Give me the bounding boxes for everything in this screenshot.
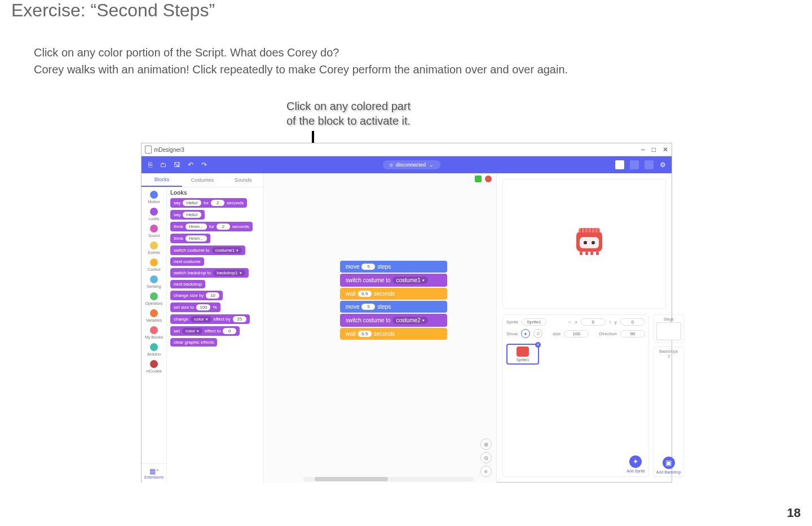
- zoom-in-button[interactable]: ⊕: [480, 439, 492, 450]
- add-backdrop-button[interactable]: ▣ Add Backdrop: [656, 457, 681, 474]
- script-block-wait-1[interactable]: wait 0.5 seconds: [340, 288, 447, 300]
- category-looks[interactable]: Looks: [149, 208, 160, 221]
- tab-blocks[interactable]: Blocks: [142, 173, 182, 187]
- view-mode-2-icon[interactable]: [630, 160, 639, 169]
- block-change-size-by[interactable]: change size by 10: [170, 291, 223, 300]
- page-title: Exercise: “Second Steps”: [11, 0, 215, 21]
- tab-sounds[interactable]: Sounds: [223, 173, 263, 187]
- tab-costumes[interactable]: Costumes: [182, 173, 223, 187]
- view-mode-blocks-icon[interactable]: [615, 160, 624, 169]
- script-block-switch-costume-1[interactable]: switch costume to costume1 ▾: [340, 274, 447, 287]
- chevron-down-icon: ▾: [236, 248, 239, 253]
- connection-status-button[interactable]: ⎋ disconnected ⌄: [383, 160, 440, 169]
- zoom-reset-button[interactable]: ≡: [480, 466, 492, 477]
- sprite-label: Sprite: [506, 319, 518, 325]
- costume-dropdown[interactable]: costume1 ▾: [392, 277, 427, 284]
- backdrop-dropdown[interactable]: backdrop1 ▾: [213, 270, 245, 276]
- sound-dot-icon: [150, 225, 158, 233]
- script-block-switch-costume-2[interactable]: switch costume to costume2 ▾: [340, 314, 447, 327]
- add-sprite-icon: ✦: [629, 455, 642, 468]
- mcookie-dot-icon: [150, 360, 158, 368]
- script-block-move-1[interactable]: move 5 steps: [340, 261, 447, 273]
- category-sound[interactable]: Sound: [148, 225, 160, 238]
- effect-dropdown[interactable]: color ▾: [182, 328, 202, 334]
- connection-status-text: disconnected: [396, 162, 426, 168]
- x-field[interactable]: 0: [581, 318, 606, 326]
- block-set-size-to[interactable]: set size to 100 %: [170, 303, 220, 312]
- undo-icon[interactable]: ↶: [187, 161, 195, 169]
- horizontal-scrollbar[interactable]: [303, 477, 474, 481]
- costume-dropdown[interactable]: costume2 ▾: [392, 317, 427, 324]
- block-think-for-seconds[interactable]: think Hmm... for 2 seconds: [170, 222, 253, 231]
- category-rail: Motion Looks Sound Events Control Sensin…: [142, 187, 167, 483]
- block-switch-costume[interactable]: switch costume to costume1 ▾: [170, 246, 245, 255]
- block-next-costume[interactable]: next costume: [170, 257, 204, 266]
- zoom-out-button[interactable]: ⊖: [480, 452, 492, 463]
- category-arduino[interactable]: Arduino: [147, 343, 161, 357]
- block-think[interactable]: think Hmm...: [170, 234, 210, 243]
- category-motion[interactable]: Motion: [148, 191, 160, 204]
- backdrops-panel: Backdrops 2 ▣ Add Backdrop: [654, 347, 684, 477]
- save-icon[interactable]: 🖫: [173, 161, 181, 169]
- block-set-effect-to[interactable]: set color ▾ effect to 0: [170, 326, 240, 336]
- y-icon: ↕: [609, 319, 611, 325]
- sprite-name-field[interactable]: Sprite1: [522, 318, 546, 326]
- chevron-down-icon: ▾: [422, 318, 425, 323]
- category-events[interactable]: Events: [148, 242, 160, 255]
- delete-sprite-icon[interactable]: ✕: [535, 342, 541, 348]
- scrollbar-thumb[interactable]: [315, 477, 388, 481]
- show-visible-toggle[interactable]: ●: [521, 329, 530, 338]
- script-stack[interactable]: move 5 steps switch costume to costume1 …: [340, 261, 447, 341]
- stage-thumbnail: [656, 322, 681, 340]
- instructions-line-2: Corey walks with an animation! Click rep…: [34, 61, 568, 78]
- script-block-move-2[interactable]: move 5 steps: [340, 301, 447, 313]
- document-icon: [145, 146, 152, 154]
- settings-gear-icon[interactable]: ⚙: [659, 161, 667, 169]
- window-close-button[interactable]: ✕: [663, 146, 668, 154]
- block-say-for-seconds[interactable]: say Hello! for 2 seconds: [170, 198, 247, 208]
- effect-dropdown[interactable]: color ▾: [191, 316, 211, 322]
- category-operators[interactable]: Operators: [145, 292, 162, 306]
- script-block-wait-2[interactable]: wait 0.5 seconds: [340, 328, 447, 340]
- show-hidden-toggle[interactable]: ⊘: [533, 329, 542, 338]
- category-control[interactable]: Control: [148, 258, 161, 272]
- block-switch-backdrop[interactable]: switch backdrop to backdrop1 ▾: [170, 268, 249, 278]
- direction-field[interactable]: 90: [620, 330, 645, 337]
- annotation-line-1: Click on any colored part: [286, 99, 411, 113]
- view-mode-3-icon[interactable]: [645, 160, 654, 169]
- block-say[interactable]: say Hello!: [170, 210, 205, 220]
- category-variables[interactable]: Variables: [146, 309, 162, 323]
- y-field[interactable]: 0: [620, 318, 645, 326]
- backdrops-count: 2: [668, 354, 670, 358]
- category-sensing[interactable]: Sensing: [147, 275, 161, 289]
- costume-dropdown[interactable]: costume1 ▾: [212, 247, 242, 253]
- sprite-thumb-image: [517, 347, 529, 357]
- sprite-info-panel: Sprite Sprite1 ↔ x 0 ↕ y 0 Show ●: [502, 314, 649, 477]
- block-change-effect-by[interactable]: change color ▾ effect by 25: [170, 314, 250, 324]
- script-area[interactable]: move 5 steps switch costume to costume1 …: [264, 173, 496, 483]
- category-mcookie[interactable]: mCookie: [146, 360, 162, 374]
- open-folder-icon[interactable]: 🗀: [160, 161, 167, 169]
- stage-preview[interactable]: [502, 179, 666, 309]
- size-field[interactable]: 100: [564, 330, 589, 337]
- stop-icon[interactable]: [485, 176, 492, 182]
- chevron-down-icon: ▾: [422, 278, 425, 283]
- window-title: mDesigner3: [154, 147, 184, 153]
- new-project-icon[interactable]: ⎘: [146, 161, 154, 169]
- block-next-backdrop[interactable]: next backdrop: [170, 280, 205, 288]
- backdrops-label: Backdrops: [659, 349, 678, 353]
- sprite-thumbnail[interactable]: ✕ Sprite1: [506, 344, 539, 365]
- sprite-corey[interactable]: [576, 231, 604, 256]
- callout-annotation: Click on any colored part of the block t…: [286, 99, 411, 128]
- add-sprite-button[interactable]: ✦ Add Sprite: [626, 455, 645, 473]
- extensions-button[interactable]: ▦⁺ Extensions: [142, 463, 166, 482]
- stage-info[interactable]: Stage: [654, 314, 684, 343]
- chevron-down-icon: ▾: [240, 271, 242, 275]
- green-flag-icon[interactable]: [475, 176, 482, 182]
- window-minimize-button[interactable]: –: [641, 146, 645, 154]
- sprite-thumb-label: Sprite1: [517, 358, 529, 362]
- window-maximize-button[interactable]: □: [652, 146, 656, 154]
- redo-icon[interactable]: ↷: [200, 161, 208, 169]
- category-my-blocks[interactable]: My Blocks: [145, 326, 163, 340]
- block-clear-graphic-effects[interactable]: clear graphic effects: [170, 338, 217, 347]
